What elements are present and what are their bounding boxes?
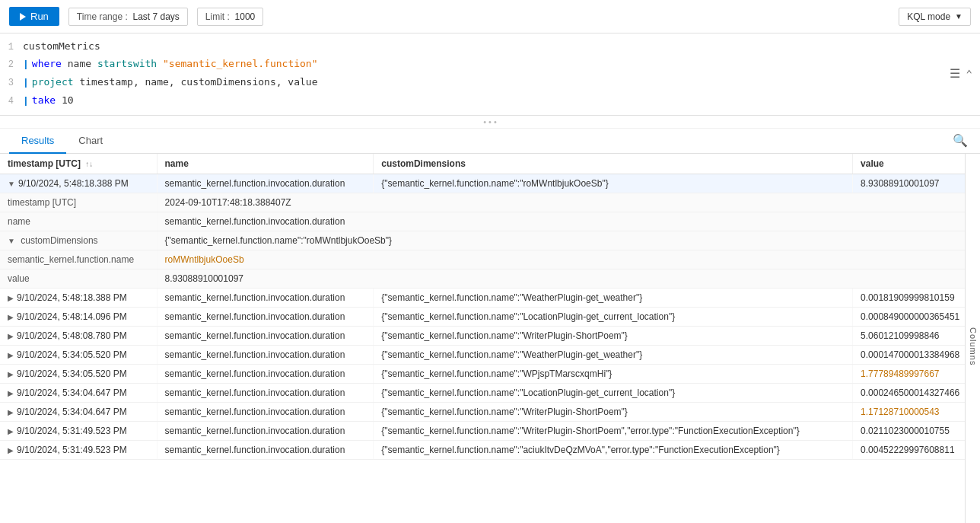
query-text-1: customMetrics	[23, 39, 100, 55]
results-table: timestamp [UTC] ↑↓ name customDimensions…	[0, 154, 980, 460]
expand-icon[interactable]: ▶	[8, 427, 14, 435]
custom-dimensions-cell: {"semantic_kernel.function.name":"Weathe…	[374, 288, 853, 307]
skf-value: roMWntlbjukOoeSb	[157, 250, 979, 269]
limit-pill[interactable]: Limit : 1000	[197, 8, 263, 26]
time-range-pill[interactable]: Time range : Last 7 days	[68, 8, 188, 26]
value-cell: 0.000849000000365451	[853, 307, 980, 326]
expand-icon[interactable]: ▶	[8, 370, 14, 378]
run-button[interactable]: Run	[9, 7, 59, 26]
line-number-1: 1	[0, 40, 23, 55]
expand-cell[interactable]: ▶9/10/2024, 5:34:05.520 PM	[0, 364, 157, 383]
expand-icon[interactable]: ▶	[8, 351, 14, 359]
name-cell: semantic_kernel.function.invocation.dura…	[157, 174, 374, 193]
expand-icon[interactable]: ▶	[8, 389, 14, 397]
th-name[interactable]: name	[157, 154, 374, 174]
query-line-2: 2 | where name startswith "semantic_kern…	[0, 56, 980, 74]
value-cell: 0.00452229997608811	[853, 440, 980, 459]
expanded-name-row: name semantic_kernel.function.invocation…	[0, 212, 980, 231]
expand-icon[interactable]: ▶	[8, 446, 14, 454]
value-cell: 0.0211023000010755	[853, 421, 980, 440]
ellipsis-separator: • • •	[0, 116, 980, 129]
chevron-down-icon: ▼	[955, 12, 963, 21]
expand-cell[interactable]: ▶9/10/2024, 5:48:14.096 PM	[0, 307, 157, 326]
expanded-skf-name-row: semantic_kernel.function.name roMWntlbju…	[0, 250, 980, 269]
expand-icon[interactable]: ▶	[8, 313, 14, 321]
tabs-bar: Results Chart 🔍	[0, 129, 980, 154]
custom-dimensions-cell: {"semantic_kernel.function.name":"roMWnt…	[374, 174, 853, 193]
table-row[interactable]: ▶9/10/2024, 5:34:04.647 PMsemantic_kerne…	[0, 402, 980, 421]
expand-cell[interactable]: ▶9/10/2024, 5:31:49.523 PM	[0, 421, 157, 440]
table-row[interactable]: ▶9/10/2024, 5:48:08.780 PMsemantic_kerne…	[0, 326, 980, 345]
cd-key: ▼ customDimensions	[0, 231, 157, 250]
th-custom-dimensions[interactable]: customDimensions	[374, 154, 853, 174]
table-row[interactable]: ▶9/10/2024, 5:48:14.096 PMsemantic_kerne…	[0, 307, 980, 326]
limit-value: 1000	[232, 11, 255, 22]
cd-collapse-icon[interactable]: ▼	[8, 237, 15, 245]
value-cell: 1.77789489997667	[853, 364, 980, 383]
table-row[interactable]: ▼9/10/2024, 5:48:18.388 PMsemantic_kerne…	[0, 174, 980, 193]
name-value: semantic_kernel.function.invocation.dura…	[157, 212, 979, 231]
ts-value: 2024-09-10T17:48:18.388407Z	[157, 193, 979, 212]
table-row[interactable]: ▶9/10/2024, 5:34:05.520 PMsemantic_kerne…	[0, 345, 980, 364]
query-text-2: where name startswith "semantic_kernel.f…	[32, 56, 318, 72]
custom-dimensions-cell: {"semantic_kernel.function.name":"Locati…	[374, 383, 853, 402]
expand-icon[interactable]: ▶	[8, 294, 14, 302]
name-cell: semantic_kernel.function.invocation.dura…	[157, 364, 374, 383]
expand-cell[interactable]: ▶9/10/2024, 5:48:18.388 PM	[0, 288, 157, 307]
query-text-3: project timestamp, name, customDimension…	[32, 75, 318, 91]
query-line-4: 4 | take 10	[0, 92, 980, 110]
query-line-3: 3 | project timestamp, name, customDimen…	[0, 74, 980, 92]
table-row[interactable]: ▶9/10/2024, 5:31:49.523 PMsemantic_kerne…	[0, 421, 980, 440]
cd-value: {"semantic_kernel.function.name":"roMWnt…	[157, 231, 979, 250]
ts-key: timestamp [UTC]	[0, 193, 157, 212]
toolbar: Run Time range : Last 7 days Limit : 100…	[0, 0, 980, 33]
table-row[interactable]: ▶9/10/2024, 5:31:49.523 PMsemantic_kerne…	[0, 440, 980, 459]
value-cell: 0.000246500014327466	[853, 383, 980, 402]
val-value: 8.93088910001097	[157, 269, 979, 288]
value-cell: 8.93088910001097	[853, 174, 980, 193]
search-button[interactable]: 🔍	[950, 130, 971, 151]
settings-icon[interactable]: ☰	[950, 66, 960, 81]
collapse-icon[interactable]: ⌃	[966, 68, 972, 81]
custom-dimensions-cell: {"semantic_kernel.function.name":"Locati…	[374, 307, 853, 326]
expand-cell[interactable]: ▶9/10/2024, 5:48:08.780 PM	[0, 326, 157, 345]
query-line-1: 1 customMetrics	[0, 38, 980, 56]
expand-cell[interactable]: ▼9/10/2024, 5:48:18.388 PM	[0, 174, 157, 193]
table-row[interactable]: ▶9/10/2024, 5:48:18.388 PMsemantic_kerne…	[0, 288, 980, 307]
time-range-label: Time range :	[77, 11, 128, 22]
sort-icon[interactable]: ↑↓	[85, 160, 93, 168]
line-number-3: 3	[0, 76, 23, 91]
expand-cell[interactable]: ▶9/10/2024, 5:31:49.523 PM	[0, 440, 157, 459]
value-cell: 0.000147000013384968	[853, 345, 980, 364]
tab-results[interactable]: Results	[9, 129, 66, 154]
pipe-3: |	[23, 75, 29, 91]
tab-chart[interactable]: Chart	[66, 129, 115, 154]
collapse-icon[interactable]: ▼	[8, 180, 15, 188]
expand-cell[interactable]: ▶9/10/2024, 5:34:05.520 PM	[0, 345, 157, 364]
kql-mode-label: KQL mode	[907, 11, 950, 22]
results-area[interactable]: timestamp [UTC] ↑↓ name customDimensions…	[0, 154, 980, 523]
custom-dimensions-cell: {"semantic_kernel.function.name":"Writer…	[374, 421, 853, 440]
val-key: value	[0, 269, 157, 288]
expanded-value-row: value 8.93088910001097	[0, 269, 980, 288]
expand-icon[interactable]: ▶	[8, 332, 14, 340]
name-cell: semantic_kernel.function.invocation.dura…	[157, 402, 374, 421]
custom-dimensions-cell: {"semantic_kernel.function.name":"Writer…	[374, 326, 853, 345]
limit-label: Limit :	[205, 11, 230, 22]
query-editor[interactable]: 1 customMetrics 2 | where name startswit…	[0, 33, 980, 116]
table-header-row: timestamp [UTC] ↑↓ name customDimensions…	[0, 154, 980, 174]
expand-icon[interactable]: ▶	[8, 408, 14, 416]
table-row[interactable]: ▶9/10/2024, 5:34:04.647 PMsemantic_kerne…	[0, 383, 980, 402]
custom-dimensions-cell: {"semantic_kernel.function.name":"Writer…	[374, 402, 853, 421]
th-value[interactable]: value	[853, 154, 980, 174]
table-row[interactable]: ▶9/10/2024, 5:34:05.520 PMsemantic_kerne…	[0, 364, 980, 383]
columns-panel-button[interactable]: Columns	[965, 154, 980, 523]
kql-mode-button[interactable]: KQL mode ▼	[899, 8, 971, 26]
th-timestamp[interactable]: timestamp [UTC] ↑↓	[0, 154, 157, 174]
custom-dimensions-cell: {"semantic_kernel.function.name":"WPjspT…	[374, 364, 853, 383]
expand-cell[interactable]: ▶9/10/2024, 5:34:04.647 PM	[0, 402, 157, 421]
custom-dimensions-cell: {"semantic_kernel.function.name":"Weathe…	[374, 345, 853, 364]
expand-cell[interactable]: ▶9/10/2024, 5:34:04.647 PM	[0, 383, 157, 402]
name-key: name	[0, 212, 157, 231]
value-cell: 5.06012109998846	[853, 326, 980, 345]
